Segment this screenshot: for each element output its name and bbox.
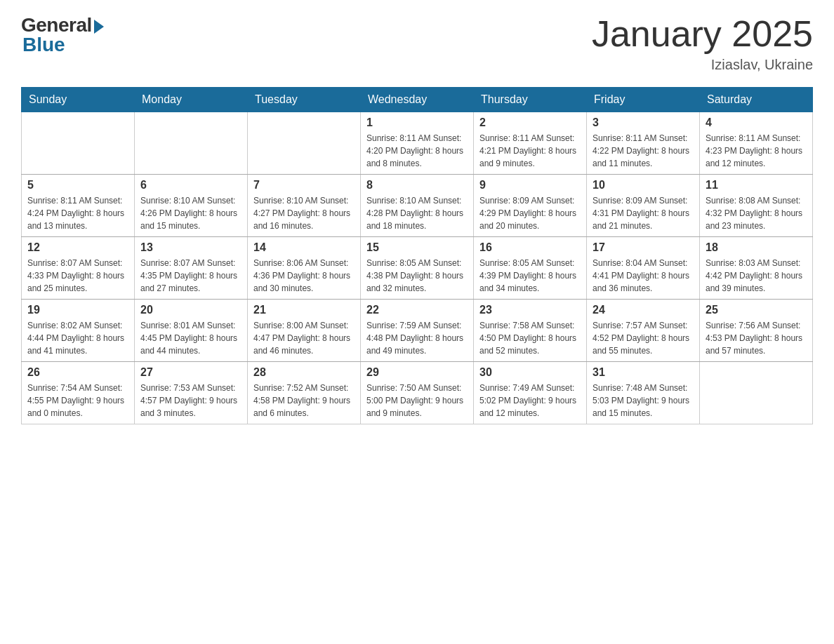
weekday-header-friday: Friday bbox=[587, 88, 700, 112]
day-number: 14 bbox=[253, 241, 355, 254]
day-number: 12 bbox=[27, 241, 128, 254]
day-info: Sunrise: 8:10 AM Sunset: 4:27 PM Dayligh… bbox=[253, 194, 355, 232]
day-number: 27 bbox=[140, 366, 241, 379]
calendar-week-1: 5Sunrise: 8:11 AM Sunset: 4:24 PM Daylig… bbox=[22, 175, 813, 237]
day-info: Sunrise: 8:07 AM Sunset: 4:35 PM Dayligh… bbox=[140, 257, 241, 295]
day-number: 11 bbox=[706, 179, 807, 192]
day-number: 20 bbox=[140, 304, 241, 316]
weekday-header-wednesday: Wednesday bbox=[361, 88, 474, 112]
weekday-header-row: SundayMondayTuesdayWednesdayThursdayFrid… bbox=[22, 88, 813, 112]
day-number: 31 bbox=[593, 366, 694, 379]
day-info: Sunrise: 8:10 AM Sunset: 4:26 PM Dayligh… bbox=[140, 194, 241, 232]
calendar-day-15: 15Sunrise: 8:05 AM Sunset: 4:38 PM Dayli… bbox=[361, 237, 474, 300]
day-info: Sunrise: 8:06 AM Sunset: 4:36 PM Dayligh… bbox=[253, 257, 355, 295]
location-text: Iziaslav, Ukraine bbox=[592, 57, 813, 73]
calendar-week-3: 19Sunrise: 8:02 AM Sunset: 4:44 PM Dayli… bbox=[22, 300, 813, 362]
day-info: Sunrise: 8:07 AM Sunset: 4:33 PM Dayligh… bbox=[27, 257, 128, 295]
day-info: Sunrise: 8:10 AM Sunset: 4:28 PM Dayligh… bbox=[366, 194, 468, 232]
day-number: 8 bbox=[366, 179, 468, 192]
day-info: Sunrise: 7:52 AM Sunset: 4:58 PM Dayligh… bbox=[253, 382, 355, 420]
day-number: 21 bbox=[253, 304, 355, 316]
empty-cell bbox=[700, 362, 813, 424]
weekday-header-tuesday: Tuesday bbox=[248, 88, 361, 112]
day-info: Sunrise: 7:58 AM Sunset: 4:50 PM Dayligh… bbox=[479, 319, 581, 357]
calendar-day-2: 2Sunrise: 8:11 AM Sunset: 4:21 PM Daylig… bbox=[474, 112, 587, 175]
calendar-day-12: 12Sunrise: 8:07 AM Sunset: 4:33 PM Dayli… bbox=[22, 237, 135, 300]
calendar-day-29: 29Sunrise: 7:50 AM Sunset: 5:00 PM Dayli… bbox=[361, 362, 474, 424]
day-info: Sunrise: 7:53 AM Sunset: 4:57 PM Dayligh… bbox=[140, 382, 241, 420]
day-number: 13 bbox=[140, 241, 241, 254]
day-info: Sunrise: 7:59 AM Sunset: 4:48 PM Dayligh… bbox=[366, 319, 468, 357]
day-number: 17 bbox=[593, 241, 694, 254]
calendar-day-11: 11Sunrise: 8:08 AM Sunset: 4:32 PM Dayli… bbox=[700, 175, 813, 237]
calendar-day-17: 17Sunrise: 8:04 AM Sunset: 4:41 PM Dayli… bbox=[587, 237, 700, 300]
calendar-day-20: 20Sunrise: 8:01 AM Sunset: 4:45 PM Dayli… bbox=[135, 300, 248, 362]
day-info: Sunrise: 8:04 AM Sunset: 4:41 PM Dayligh… bbox=[593, 257, 694, 295]
day-number: 25 bbox=[706, 304, 807, 316]
calendar-day-23: 23Sunrise: 7:58 AM Sunset: 4:50 PM Dayli… bbox=[474, 300, 587, 362]
day-number: 9 bbox=[479, 179, 581, 192]
calendar-day-7: 7Sunrise: 8:10 AM Sunset: 4:27 PM Daylig… bbox=[248, 175, 361, 237]
title-section: January 2025 Iziaslav, Ukraine bbox=[592, 14, 813, 73]
day-info: Sunrise: 8:11 AM Sunset: 4:21 PM Dayligh… bbox=[479, 132, 581, 170]
day-info: Sunrise: 8:11 AM Sunset: 4:24 PM Dayligh… bbox=[27, 194, 128, 232]
day-info: Sunrise: 7:50 AM Sunset: 5:00 PM Dayligh… bbox=[366, 382, 468, 420]
day-number: 16 bbox=[479, 241, 581, 254]
day-number: 3 bbox=[593, 116, 694, 129]
calendar-day-8: 8Sunrise: 8:10 AM Sunset: 4:28 PM Daylig… bbox=[361, 175, 474, 237]
calendar-day-24: 24Sunrise: 7:57 AM Sunset: 4:52 PM Dayli… bbox=[587, 300, 700, 362]
calendar-day-25: 25Sunrise: 7:56 AM Sunset: 4:53 PM Dayli… bbox=[700, 300, 813, 362]
calendar-day-13: 13Sunrise: 8:07 AM Sunset: 4:35 PM Dayli… bbox=[135, 237, 248, 300]
calendar-day-31: 31Sunrise: 7:48 AM Sunset: 5:03 PM Dayli… bbox=[587, 362, 700, 424]
calendar-day-1: 1Sunrise: 8:11 AM Sunset: 4:20 PM Daylig… bbox=[361, 112, 474, 175]
weekday-header-saturday: Saturday bbox=[700, 88, 813, 112]
day-info: Sunrise: 7:54 AM Sunset: 4:55 PM Dayligh… bbox=[27, 382, 128, 420]
day-number: 5 bbox=[27, 179, 128, 192]
day-number: 15 bbox=[366, 241, 468, 254]
day-number: 6 bbox=[140, 179, 241, 192]
day-info: Sunrise: 8:11 AM Sunset: 4:22 PM Dayligh… bbox=[593, 132, 694, 170]
calendar-day-26: 26Sunrise: 7:54 AM Sunset: 4:55 PM Dayli… bbox=[22, 362, 135, 424]
day-number: 29 bbox=[366, 366, 468, 379]
day-info: Sunrise: 8:03 AM Sunset: 4:42 PM Dayligh… bbox=[706, 257, 807, 295]
day-number: 7 bbox=[253, 179, 355, 192]
calendar-day-10: 10Sunrise: 8:09 AM Sunset: 4:31 PM Dayli… bbox=[587, 175, 700, 237]
calendar-week-4: 26Sunrise: 7:54 AM Sunset: 4:55 PM Dayli… bbox=[22, 362, 813, 424]
day-number: 24 bbox=[593, 304, 694, 316]
day-info: Sunrise: 7:48 AM Sunset: 5:03 PM Dayligh… bbox=[593, 382, 694, 420]
day-number: 18 bbox=[706, 241, 807, 254]
logo-blue-text: Blue bbox=[21, 34, 65, 56]
calendar-day-5: 5Sunrise: 8:11 AM Sunset: 4:24 PM Daylig… bbox=[22, 175, 135, 237]
day-info: Sunrise: 8:08 AM Sunset: 4:32 PM Dayligh… bbox=[706, 194, 807, 232]
calendar-day-14: 14Sunrise: 8:06 AM Sunset: 4:36 PM Dayli… bbox=[248, 237, 361, 300]
day-number: 30 bbox=[479, 366, 581, 379]
logo-arrow-icon bbox=[94, 20, 104, 34]
weekday-header-monday: Monday bbox=[135, 88, 248, 112]
day-info: Sunrise: 8:09 AM Sunset: 4:29 PM Dayligh… bbox=[479, 194, 581, 232]
calendar-day-30: 30Sunrise: 7:49 AM Sunset: 5:02 PM Dayli… bbox=[474, 362, 587, 424]
weekday-header-sunday: Sunday bbox=[22, 88, 135, 112]
calendar-table: SundayMondayTuesdayWednesdayThursdayFrid… bbox=[21, 87, 813, 424]
calendar-day-6: 6Sunrise: 8:10 AM Sunset: 4:26 PM Daylig… bbox=[135, 175, 248, 237]
day-number: 28 bbox=[253, 366, 355, 379]
day-info: Sunrise: 8:05 AM Sunset: 4:38 PM Dayligh… bbox=[366, 257, 468, 295]
day-number: 10 bbox=[593, 179, 694, 192]
weekday-header-thursday: Thursday bbox=[474, 88, 587, 112]
day-number: 4 bbox=[706, 116, 807, 129]
day-number: 19 bbox=[27, 304, 128, 316]
calendar-day-28: 28Sunrise: 7:52 AM Sunset: 4:58 PM Dayli… bbox=[248, 362, 361, 424]
calendar-day-19: 19Sunrise: 8:02 AM Sunset: 4:44 PM Dayli… bbox=[22, 300, 135, 362]
day-info: Sunrise: 8:05 AM Sunset: 4:39 PM Dayligh… bbox=[479, 257, 581, 295]
empty-cell bbox=[248, 112, 361, 175]
day-number: 22 bbox=[366, 304, 468, 316]
day-number: 26 bbox=[27, 366, 128, 379]
day-info: Sunrise: 8:09 AM Sunset: 4:31 PM Dayligh… bbox=[593, 194, 694, 232]
calendar-week-0: 1Sunrise: 8:11 AM Sunset: 4:20 PM Daylig… bbox=[22, 112, 813, 175]
calendar-week-2: 12Sunrise: 8:07 AM Sunset: 4:33 PM Dayli… bbox=[22, 237, 813, 300]
day-info: Sunrise: 7:56 AM Sunset: 4:53 PM Dayligh… bbox=[706, 319, 807, 357]
calendar-day-3: 3Sunrise: 8:11 AM Sunset: 4:22 PM Daylig… bbox=[587, 112, 700, 175]
calendar-day-18: 18Sunrise: 8:03 AM Sunset: 4:42 PM Dayli… bbox=[700, 237, 813, 300]
empty-cell bbox=[135, 112, 248, 175]
calendar-day-21: 21Sunrise: 8:00 AM Sunset: 4:47 PM Dayli… bbox=[248, 300, 361, 362]
day-info: Sunrise: 8:02 AM Sunset: 4:44 PM Dayligh… bbox=[27, 319, 128, 357]
